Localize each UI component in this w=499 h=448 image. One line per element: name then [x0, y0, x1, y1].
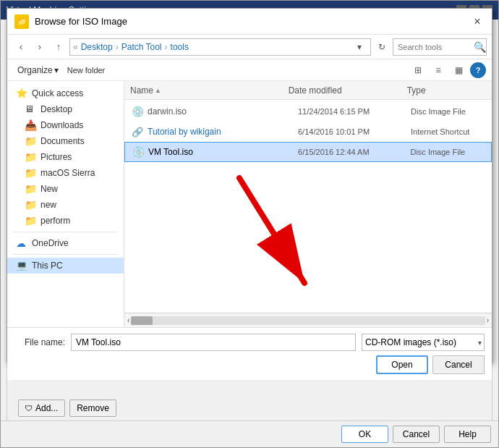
file-list-container: Name ▲ Date modified Type 💿 darwin.iso [124, 81, 492, 327]
add-button[interactable]: 🛡 Add... [18, 400, 65, 417]
sidebar-item-quickaccess[interactable]: ⭐ Quick access [7, 85, 124, 101]
downloads-icon: 📥 [25, 119, 36, 131]
cancel-button[interactable]: Cancel [432, 355, 485, 374]
sidebar-label-new-lower: new [40, 200, 56, 210]
filetype-select-wrapper: CD-ROM images (*.iso) [362, 334, 485, 351]
help-button[interactable]: ? [470, 62, 486, 78]
sidebar-label-downloads: Downloads [40, 120, 83, 130]
add-remove-row: 🛡 Add... Remove [18, 400, 116, 417]
dialog-title-text: Browse for ISO Image [35, 16, 127, 27]
file-type-vmtool: Disc Image File [410, 148, 485, 156]
file-icon-darwin: 💿 [130, 104, 145, 119]
file-list: 💿 darwin.iso 11/24/2014 6:15 PM Disc Ima… [124, 100, 492, 313]
remove-button[interactable]: Remove [69, 400, 116, 417]
path-bar: « Desktop › Patch Tool › tools ▾ [69, 38, 371, 56]
vm-ok-button[interactable]: OK [341, 426, 388, 443]
sidebar-label-desktop: Desktop [40, 104, 72, 114]
filename-row: File name: CD-ROM images (*.iso) [14, 334, 485, 351]
sidebar-item-thispc[interactable]: 💻 This PC [7, 258, 124, 274]
sidebar-item-pictures[interactable]: 📁 Pictures [7, 149, 124, 165]
forward-button[interactable]: › [32, 39, 48, 55]
organize-button[interactable]: Organize ▾ [13, 64, 63, 77]
scroll-right-button[interactable]: › [485, 316, 490, 324]
col-date-header[interactable]: Date modified [289, 85, 407, 96]
vm-help-button[interactable]: Help [444, 426, 491, 443]
dialog-close-button[interactable]: × [470, 14, 485, 29]
sort-arrow-icon: ▲ [155, 87, 161, 94]
path-dropdown-arrow[interactable]: ▾ [357, 42, 367, 52]
content-area: ⭐ Quick access 🖥 Desktop 📥 Downloads 📁 D… [7, 81, 492, 327]
bottom-bar: File name: CD-ROM images (*.iso) Open Ca… [7, 327, 492, 380]
sidebar-item-perform[interactable]: 📁 perform [7, 213, 124, 229]
sidebar-label-new: New [40, 184, 58, 194]
file-date-tutorial: 6/14/2016 10:01 PM [298, 127, 411, 136]
pictures-icon: 📁 [25, 151, 36, 163]
sidebar-item-downloads[interactable]: 📥 Downloads [7, 117, 124, 133]
scroll-track [131, 316, 485, 325]
file-name-tutorial: Tutorial by wikigain [148, 127, 298, 137]
dialog-title-icon: 📁 [14, 14, 29, 29]
file-row[interactable]: 💿 darwin.iso 11/24/2014 6:15 PM Disc Ima… [124, 101, 492, 122]
up-button[interactable]: ↑ [51, 39, 67, 55]
file-type-tutorial: Internet Shortcut [411, 127, 486, 136]
search-input[interactable] [393, 38, 487, 56]
organize-chevron-icon: ▾ [54, 65, 59, 75]
quickaccess-icon: ⭐ [16, 88, 27, 99]
sidebar-label-macos: macOS Sierra [40, 168, 95, 178]
open-button[interactable]: Open [376, 355, 428, 374]
path-desktop[interactable]: Desktop [81, 42, 113, 52]
scroll-left-button[interactable]: ‹ [126, 316, 131, 324]
refresh-button[interactable]: ↻ [374, 39, 390, 55]
dialog-titlebar: 📁 Browse for ISO Image × [7, 9, 492, 35]
file-list-header: Name ▲ Date modified Type [124, 81, 492, 100]
sidebar-item-new[interactable]: 📁 New [7, 181, 124, 197]
file-icon-vmtool: 💿 [131, 145, 145, 159]
scroll-thumb[interactable] [131, 316, 153, 325]
desktop-icon: 🖥 [25, 103, 36, 115]
sidebar-item-documents[interactable]: 📁 Documents [7, 133, 124, 149]
browse-iso-dialog: 📁 Browse for ISO Image × ‹ › ↑ « Desktop… [7, 8, 492, 363]
buttons-row: Open Cancel [14, 355, 485, 374]
col-type-header[interactable]: Type [407, 85, 486, 96]
file-date-darwin: 11/24/2014 6:15 PM [298, 107, 411, 116]
new-folder-icon: 📁 [25, 183, 36, 195]
horizontal-scrollbar[interactable]: ‹ › [124, 313, 492, 327]
sidebar-item-macos[interactable]: 📁 macOS Sierra [7, 165, 124, 181]
back-button[interactable]: ‹ [13, 39, 29, 55]
new-folder-button[interactable]: New folder [63, 64, 110, 76]
vm-bottom-buttons: OK Cancel Help [1, 420, 498, 447]
onedrive-icon: ☁ [16, 237, 27, 249]
sidebar-divider-2 [13, 254, 118, 255]
path-prefix: « [73, 42, 78, 52]
filename-label: File name: [14, 337, 65, 347]
sidebar: ⭐ Quick access 🖥 Desktop 📥 Downloads 📁 D… [7, 81, 124, 327]
sidebar-label-perform: perform [40, 216, 70, 226]
filetype-select[interactable]: CD-ROM images (*.iso) [362, 334, 485, 351]
view-toggle-button[interactable]: ⊞ [409, 62, 427, 78]
organize-label: Organize [17, 65, 53, 75]
perform-icon: 📁 [25, 215, 36, 227]
file-row[interactable]: 🔗 Tutorial by wikigain 6/14/2016 10:01 P… [124, 122, 492, 142]
sidebar-label-pictures: Pictures [40, 152, 72, 162]
filename-input[interactable] [71, 334, 356, 351]
path-patchtool[interactable]: Patch Tool [121, 42, 162, 52]
view-list-button[interactable]: ≡ [430, 62, 447, 78]
shield-icon: 🛡 [25, 404, 33, 413]
new-lower-icon: 📁 [25, 199, 36, 211]
path-toolbar: ‹ › ↑ « Desktop › Patch Tool › tools ▾ ↻… [7, 35, 492, 59]
vm-cancel-button[interactable]: Cancel [393, 426, 440, 443]
col-name-header[interactable]: Name ▲ [130, 85, 289, 96]
file-row[interactable]: 💿 VM Tool.iso 6/15/2016 12:44 AM Disc Im… [124, 142, 492, 162]
sidebar-label-thispc: This PC [32, 261, 63, 271]
dialog-title-left: 📁 Browse for ISO Image [14, 14, 127, 29]
path-tools[interactable]: tools [171, 42, 189, 52]
toolbar-right: ⊞ ≡ ▦ ? [409, 62, 486, 78]
sidebar-item-new-lower[interactable]: 📁 new [7, 197, 124, 213]
file-icon-tutorial: 🔗 [130, 124, 145, 139]
macos-icon: 📁 [25, 167, 36, 179]
sidebar-item-onedrive[interactable]: ☁ OneDrive [7, 235, 124, 251]
vm-window: Virtual Machine Settings ─ □ ✕ 📁 Browse … [0, 0, 499, 448]
view-details-button[interactable]: ▦ [450, 62, 467, 78]
file-date-vmtool: 6/15/2016 12:44 AM [298, 148, 410, 156]
sidebar-item-desktop[interactable]: 🖥 Desktop [7, 101, 124, 117]
